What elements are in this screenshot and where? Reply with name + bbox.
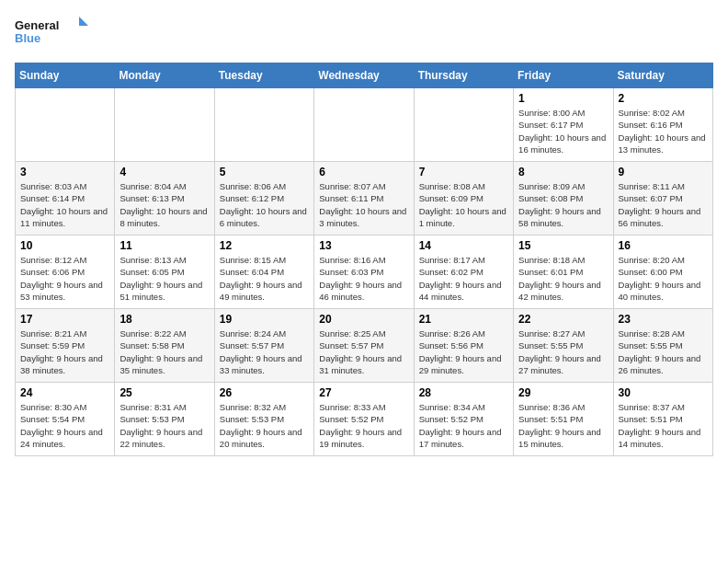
svg-text:General: General xyxy=(15,18,59,32)
calendar-cell: 4Sunrise: 8:04 AMSunset: 6:13 PMDaylight… xyxy=(115,162,214,236)
day-info: Sunrise: 8:15 AMSunset: 6:04 PMDaylight:… xyxy=(220,254,309,303)
day-info: Sunrise: 8:13 AMSunset: 6:05 PMDaylight:… xyxy=(119,254,209,303)
calendar-cell: 23Sunrise: 8:28 AMSunset: 5:55 PMDayligh… xyxy=(613,309,712,383)
calendar-cell: 6Sunrise: 8:07 AMSunset: 6:11 PMDaylight… xyxy=(314,162,414,236)
day-number: 20 xyxy=(319,313,408,326)
day-info: Sunrise: 8:25 AMSunset: 5:57 PMDaylight:… xyxy=(319,327,408,376)
calendar-cell: 1Sunrise: 8:00 AMSunset: 6:17 PMDaylight… xyxy=(514,88,613,162)
calendar-cell: 5Sunrise: 8:06 AMSunset: 6:12 PMDaylight… xyxy=(214,162,313,236)
day-info: Sunrise: 8:21 AMSunset: 5:59 PMDaylight:… xyxy=(20,327,109,376)
day-info: Sunrise: 8:36 AMSunset: 5:51 PMDaylight:… xyxy=(518,401,608,450)
calendar-cell: 27Sunrise: 8:33 AMSunset: 5:52 PMDayligh… xyxy=(314,383,414,456)
calendar-cell: 30Sunrise: 8:37 AMSunset: 5:51 PMDayligh… xyxy=(613,383,712,456)
day-info: Sunrise: 8:02 AMSunset: 6:16 PMDaylight:… xyxy=(619,107,708,155)
day-number: 17 xyxy=(20,313,109,326)
day-number: 3 xyxy=(20,166,109,178)
day-number: 11 xyxy=(119,239,209,252)
calendar-cell: 28Sunrise: 8:34 AMSunset: 5:52 PMDayligh… xyxy=(414,383,513,456)
day-number: 26 xyxy=(220,386,309,399)
day-info: Sunrise: 8:08 AMSunset: 6:09 PMDaylight:… xyxy=(419,180,508,229)
day-info: Sunrise: 8:37 AMSunset: 5:51 PMDaylight:… xyxy=(619,401,708,450)
calendar-cell: 10Sunrise: 8:12 AMSunset: 6:06 PMDayligh… xyxy=(16,236,115,309)
day-number: 4 xyxy=(119,166,209,178)
calendar-cell: 19Sunrise: 8:24 AMSunset: 5:57 PMDayligh… xyxy=(214,309,313,383)
calendar-cell: 22Sunrise: 8:27 AMSunset: 5:55 PMDayligh… xyxy=(514,309,613,383)
day-info: Sunrise: 8:09 AMSunset: 6:08 PMDaylight:… xyxy=(518,180,608,229)
day-info: Sunrise: 8:11 AMSunset: 6:07 PMDaylight:… xyxy=(619,180,708,229)
calendar-cell: 3Sunrise: 8:03 AMSunset: 6:14 PMDaylight… xyxy=(16,162,115,236)
calendar-cell xyxy=(314,88,414,162)
calendar-day-header: Wednesday xyxy=(314,63,414,88)
calendar-cell: 13Sunrise: 8:16 AMSunset: 6:03 PMDayligh… xyxy=(314,236,414,309)
calendar-week-row: 3Sunrise: 8:03 AMSunset: 6:14 PMDaylight… xyxy=(16,162,713,236)
calendar-cell: 21Sunrise: 8:26 AMSunset: 5:56 PMDayligh… xyxy=(414,309,513,383)
calendar-cell: 25Sunrise: 8:31 AMSunset: 5:53 PMDayligh… xyxy=(115,383,214,456)
day-info: Sunrise: 8:26 AMSunset: 5:56 PMDaylight:… xyxy=(419,327,508,376)
day-info: Sunrise: 8:04 AMSunset: 6:13 PMDaylight:… xyxy=(119,180,209,229)
calendar-cell: 18Sunrise: 8:22 AMSunset: 5:58 PMDayligh… xyxy=(115,309,214,383)
day-info: Sunrise: 8:31 AMSunset: 5:53 PMDaylight:… xyxy=(119,401,209,450)
day-number: 28 xyxy=(419,386,508,399)
calendar-cell xyxy=(16,88,115,162)
calendar-cell: 17Sunrise: 8:21 AMSunset: 5:59 PMDayligh… xyxy=(16,309,115,383)
calendar-cell: 24Sunrise: 8:30 AMSunset: 5:54 PMDayligh… xyxy=(16,383,115,456)
calendar-table: SundayMondayTuesdayWednesdayThursdayFrid… xyxy=(15,63,713,456)
logo: General Blue xyxy=(15,15,88,52)
calendar-cell: 2Sunrise: 8:02 AMSunset: 6:16 PMDaylight… xyxy=(613,88,712,162)
calendar-day-header: Sunday xyxy=(16,63,115,88)
day-number: 10 xyxy=(20,239,109,252)
calendar-cell: 14Sunrise: 8:17 AMSunset: 6:02 PMDayligh… xyxy=(414,236,513,309)
calendar-week-row: 17Sunrise: 8:21 AMSunset: 5:59 PMDayligh… xyxy=(16,309,713,383)
calendar-cell: 8Sunrise: 8:09 AMSunset: 6:08 PMDaylight… xyxy=(514,162,613,236)
calendar-header-row: SundayMondayTuesdayWednesdayThursdayFrid… xyxy=(16,63,713,88)
day-info: Sunrise: 8:20 AMSunset: 6:00 PMDaylight:… xyxy=(619,254,708,303)
calendar-week-row: 10Sunrise: 8:12 AMSunset: 6:06 PMDayligh… xyxy=(16,236,713,309)
calendar-day-header: Friday xyxy=(514,63,613,88)
calendar-cell: 12Sunrise: 8:15 AMSunset: 6:04 PMDayligh… xyxy=(214,236,313,309)
calendar-day-header: Thursday xyxy=(414,63,513,88)
day-number: 13 xyxy=(319,239,408,252)
calendar-cell: 7Sunrise: 8:08 AMSunset: 6:09 PMDaylight… xyxy=(414,162,513,236)
day-info: Sunrise: 8:33 AMSunset: 5:52 PMDaylight:… xyxy=(319,401,408,450)
day-info: Sunrise: 8:27 AMSunset: 5:55 PMDaylight:… xyxy=(518,327,608,376)
day-info: Sunrise: 8:16 AMSunset: 6:03 PMDaylight:… xyxy=(319,254,408,303)
calendar-cell: 9Sunrise: 8:11 AMSunset: 6:07 PMDaylight… xyxy=(613,162,712,236)
day-number: 27 xyxy=(319,386,408,399)
day-number: 15 xyxy=(518,239,608,252)
calendar-cell: 15Sunrise: 8:18 AMSunset: 6:01 PMDayligh… xyxy=(514,236,613,309)
day-info: Sunrise: 8:18 AMSunset: 6:01 PMDaylight:… xyxy=(518,254,608,303)
calendar-cell xyxy=(414,88,513,162)
page-header: General Blue xyxy=(15,15,713,52)
svg-marker-2 xyxy=(79,17,88,26)
svg-text:Blue: Blue xyxy=(15,31,40,45)
day-number: 29 xyxy=(518,386,608,399)
day-info: Sunrise: 8:12 AMSunset: 6:06 PMDaylight:… xyxy=(20,254,109,303)
day-info: Sunrise: 8:28 AMSunset: 5:55 PMDaylight:… xyxy=(619,327,708,376)
day-number: 12 xyxy=(220,239,309,252)
day-number: 22 xyxy=(518,313,608,326)
calendar-day-header: Monday xyxy=(115,63,214,88)
calendar-day-header: Tuesday xyxy=(214,63,313,88)
day-number: 16 xyxy=(619,239,708,252)
calendar-body: 1Sunrise: 8:00 AMSunset: 6:17 PMDaylight… xyxy=(16,88,713,456)
calendar-cell xyxy=(214,88,313,162)
day-info: Sunrise: 8:34 AMSunset: 5:52 PMDaylight:… xyxy=(419,401,508,450)
logo-svg: General Blue xyxy=(15,15,88,52)
day-number: 8 xyxy=(518,166,608,178)
day-number: 23 xyxy=(619,313,708,326)
day-number: 18 xyxy=(119,313,209,326)
calendar-cell: 11Sunrise: 8:13 AMSunset: 6:05 PMDayligh… xyxy=(115,236,214,309)
day-number: 7 xyxy=(419,166,508,178)
calendar-cell: 29Sunrise: 8:36 AMSunset: 5:51 PMDayligh… xyxy=(514,383,613,456)
day-number: 1 xyxy=(518,92,608,105)
day-number: 9 xyxy=(619,166,708,178)
day-number: 19 xyxy=(220,313,309,326)
day-info: Sunrise: 8:32 AMSunset: 5:53 PMDaylight:… xyxy=(220,401,309,450)
day-number: 25 xyxy=(119,386,209,399)
day-info: Sunrise: 8:00 AMSunset: 6:17 PMDaylight:… xyxy=(518,107,608,155)
day-number: 14 xyxy=(419,239,508,252)
day-info: Sunrise: 8:22 AMSunset: 5:58 PMDaylight:… xyxy=(119,327,209,376)
calendar-cell: 20Sunrise: 8:25 AMSunset: 5:57 PMDayligh… xyxy=(314,309,414,383)
day-info: Sunrise: 8:03 AMSunset: 6:14 PMDaylight:… xyxy=(20,180,109,229)
day-number: 5 xyxy=(220,166,309,178)
